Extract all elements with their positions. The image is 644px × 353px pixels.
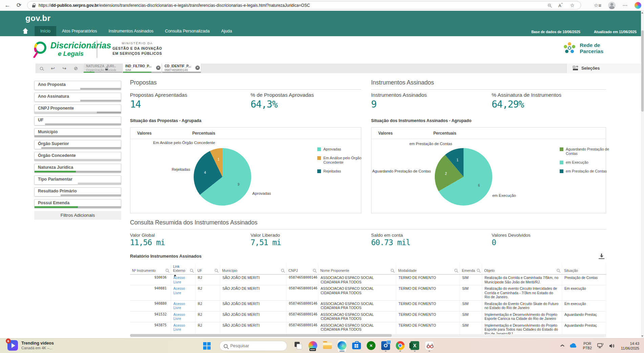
edge-taskbar-button[interactable] <box>338 340 346 352</box>
column-search-icon[interactable] <box>391 269 394 272</box>
table-row[interactable]: 940881Acesso LivreRJSÃO JOÃO DE MERITI05… <box>130 285 606 301</box>
nav-ajuda[interactable]: Ajuda <box>215 26 238 36</box>
nav-consulta-personalizada[interactable]: Consulta Personalizada <box>159 26 215 36</box>
taskbar-search[interactable] <box>219 341 287 351</box>
scroll-up-arrow[interactable] <box>641 12 643 14</box>
filter-resultado-primario[interactable]: Resultado Primário <box>34 187 121 196</box>
smart-search-icon[interactable] <box>36 65 47 72</box>
column-search-icon[interactable] <box>190 269 193 272</box>
additional-filters-button[interactable]: Filtros Adicionais <box>34 211 121 220</box>
legend-item[interactable]: Aguardando Prestação de Contas <box>560 147 610 156</box>
external-link[interactable]: Acesso Livre <box>173 323 185 332</box>
chart2-toggle-percentuais[interactable]: Percentuais <box>433 131 456 136</box>
table-row[interactable]: 930036Acesso LivreRJSÃO JOÃO DE MERITI05… <box>130 275 606 285</box>
start-button[interactable] <box>203 342 211 350</box>
external-link[interactable]: Acesso Livre <box>173 312 185 321</box>
home-icon[interactable] <box>20 26 30 36</box>
column-search-icon[interactable] <box>313 269 316 272</box>
filter-orgao-superior[interactable]: Órgão Superior <box>34 140 121 149</box>
cell-link-externo[interactable]: Acesso Livre <box>171 301 195 311</box>
chart1-toggle-valores[interactable]: Valores <box>137 131 152 136</box>
column-header-8[interactable]: Objeto <box>482 263 562 274</box>
url-text[interactable]: https://dd-publico.serpro.gov.br/extensi… <box>39 3 548 8</box>
selection-chip-2[interactable]: CD_IDENTIF_P...0587465800146✕ <box>162 64 201 73</box>
filter-ano-assinatura[interactable]: Ano Assinatura <box>34 93 121 102</box>
copilot-m365-taskbar-button[interactable]: M365 <box>308 340 317 352</box>
selections-button[interactable]: Seleções <box>573 66 600 71</box>
scroll-down-arrow[interactable] <box>641 335 643 337</box>
browser-menu-icon[interactable]: ⋯ <box>622 2 628 8</box>
column-search-icon[interactable] <box>454 269 457 272</box>
clear-selections-icon[interactable]: ⊘ <box>70 65 82 72</box>
column-search-icon[interactable] <box>477 269 480 272</box>
propostas-pie-chart[interactable]: 9Aprovadas4Rejeitadas1Em Análise pelo Ór… <box>130 139 313 214</box>
selection-chip-1[interactable]: IND_FILTRO_P...SIM✕ <box>123 64 162 73</box>
column-header-3[interactable]: Município <box>220 263 286 274</box>
step-forward-icon[interactable]: ↪ <box>59 65 70 72</box>
filter-natureza-juridica[interactable]: Natureza Jurídica <box>34 164 121 173</box>
filter-ano-proposta[interactable]: Ano Proposta <box>34 81 121 90</box>
selection-chip-0[interactable]: NATUREZA_JURI...Organização Socieda... <box>84 64 122 73</box>
chart2-toggle-valores[interactable]: Valores <box>378 131 393 136</box>
excel-taskbar-button[interactable]: X <box>410 340 419 352</box>
chip-close-icon[interactable]: ✕ <box>156 66 160 70</box>
column-header-1[interactable]: Link Externo <box>171 263 195 274</box>
nav-inicio[interactable]: Início <box>35 26 56 36</box>
zoom-out-icon[interactable] <box>548 4 551 7</box>
copilot-icon[interactable] <box>635 2 641 9</box>
column-header-6[interactable]: Modalidade <box>396 263 460 274</box>
filter-tipo-parlamentar[interactable]: Tipo Parlamentar <box>34 175 121 185</box>
page-scrollbar[interactable] <box>641 11 644 338</box>
column-header-2[interactable]: UF <box>195 263 220 274</box>
instrumentos-pie-chart[interactable]: 6em Execução2Aguardando Prestação de Con… <box>371 139 554 214</box>
column-header-0[interactable]: Nº Instrumento <box>130 263 171 274</box>
download-icon[interactable] <box>599 254 605 259</box>
filter-municipio[interactable]: Município <box>34 128 121 137</box>
browser-back-button[interactable]: ← <box>3 1 12 9</box>
onedrive-icon[interactable] <box>569 343 577 349</box>
taskbar-clock[interactable]: 14:4311/06/2025 <box>621 341 639 351</box>
filter-possui-emenda[interactable]: Possui Emenda <box>34 199 121 208</box>
language-indicator[interactable]: PORPTB2 <box>583 342 592 350</box>
filter-uf[interactable]: UF <box>34 116 121 125</box>
read-aloud-icon[interactable]: Aʹʹ <box>558 2 562 8</box>
govbr-logo[interactable]: gov.br <box>25 14 51 23</box>
scrollbar-thumb[interactable] <box>641 30 644 112</box>
filter-orgao-concedente[interactable]: Órgão Concedente <box>34 152 121 161</box>
legend-item[interactable]: Aprovadas <box>317 147 368 151</box>
column-header-7[interactable]: Emenda <box>460 263 482 274</box>
file-explorer-taskbar-button[interactable] <box>323 340 332 352</box>
column-search-icon[interactable] <box>281 269 284 272</box>
legend-item[interactable]: Rejeitadas <box>317 169 368 173</box>
step-back-icon[interactable]: ↩ <box>47 65 59 72</box>
hidden-icons-chevron-icon[interactable] <box>560 344 564 348</box>
favorites-bar-icon[interactable]: ☆≡ <box>594 2 601 8</box>
filter-cnpj-proponente[interactable]: CNPJ Proponente <box>34 104 121 114</box>
external-link[interactable]: Acesso Livre <box>173 302 185 310</box>
widgets-button[interactable]: 6 Trending videos Canadá em 4K –... <box>7 340 54 351</box>
column-search-icon[interactable] <box>557 269 560 272</box>
table-horizontal-scrollbar[interactable] <box>130 334 606 337</box>
chrome-taskbar-button[interactable] <box>396 340 405 352</box>
network-icon[interactable] <box>597 343 604 349</box>
column-header-9[interactable]: Situação <box>562 263 606 274</box>
external-link[interactable]: Acesso Livre <box>173 286 185 295</box>
legend-item[interactable]: Em Análise pelo Órgão Concedente <box>317 156 368 165</box>
favorite-star-icon[interactable]: ☆ <box>570 2 575 8</box>
outlook-taskbar-button[interactable]: O <box>381 340 390 352</box>
task-view-taskbar-button[interactable] <box>294 340 303 352</box>
nav-atos-preparatorios[interactable]: Atos Preparatórios <box>56 26 103 36</box>
volume-icon[interactable] <box>609 343 616 349</box>
legend-item[interactable]: em Prestação de Contas <box>560 169 610 173</box>
external-link[interactable]: Acesso Livre <box>173 276 185 284</box>
table-row[interactable]: 940880Acesso LivreRJSÃO JOÃO DE MERITI05… <box>130 301 606 311</box>
chart1-toggle-percentuais[interactable]: Percentuais <box>192 131 215 136</box>
column-header-4[interactable]: CNPJ <box>286 263 318 274</box>
column-search-icon[interactable] <box>166 269 169 272</box>
column-header-5[interactable]: Nome Proponente <box>318 263 396 274</box>
xbox-taskbar-button[interactable]: × <box>367 340 375 352</box>
column-search-icon[interactable] <box>215 269 218 272</box>
store-taskbar-button[interactable] <box>352 340 361 352</box>
chip-close-icon[interactable]: ✕ <box>195 66 200 70</box>
address-bar[interactable]: https://dd-publico.serpro.gov.br/extensi… <box>27 1 581 9</box>
